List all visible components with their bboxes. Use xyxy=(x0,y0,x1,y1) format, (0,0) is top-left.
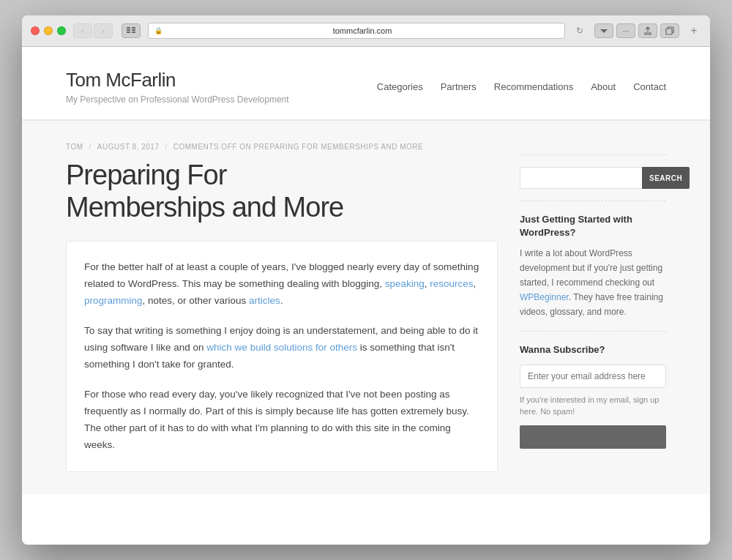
sidebar-divider-1 xyxy=(520,201,666,201)
content-area-bg: TOM / AUGUST 8, 2017 / COMMENTS OFF ON P… xyxy=(22,120,710,494)
sidebar-divider-top xyxy=(520,154,666,155)
refresh-button[interactable]: ↻ xyxy=(572,23,587,38)
nav-recommendations[interactable]: Recommendations xyxy=(494,81,573,92)
meta-sep-2: / xyxy=(165,143,167,151)
nav-about[interactable]: About xyxy=(591,81,616,92)
svg-rect-6 xyxy=(666,29,672,34)
search-button[interactable]: SEARCH xyxy=(642,167,690,189)
svg-rect-3 xyxy=(132,27,135,29)
browser-window: ‹ › 🔒 tommcfarlin.com ↻ ··· xyxy=(22,15,710,545)
traffic-lights xyxy=(31,26,66,35)
add-tab-button[interactable]: + xyxy=(687,23,701,38)
nav-buttons: ‹ › xyxy=(73,23,113,38)
browser-actions: ··· xyxy=(594,23,679,38)
browser-chrome: ‹ › 🔒 tommcfarlin.com ↻ ··· xyxy=(22,15,710,47)
p1-link-resources[interactable]: resources xyxy=(430,278,473,289)
post-date: AUGUST 8, 2017 xyxy=(97,143,160,151)
site-title-block: Tom McFarlin My Perspective on Professio… xyxy=(66,69,289,105)
post-title-line1: Preparing For xyxy=(66,160,226,190)
nav-contact[interactable]: Contact xyxy=(633,81,666,92)
svg-rect-5 xyxy=(132,31,135,33)
p1-link-articles[interactable]: articles xyxy=(249,295,280,306)
site-header: Tom McFarlin My Perspective on Professio… xyxy=(22,47,710,120)
share-button[interactable] xyxy=(638,23,657,38)
new-tab-button[interactable] xyxy=(660,23,679,38)
svg-rect-2 xyxy=(127,31,130,33)
svg-rect-4 xyxy=(132,29,135,31)
subscribe-widget: Wanna Subscribe? If you're interested in… xyxy=(520,343,666,451)
forward-button[interactable]: › xyxy=(94,23,113,38)
p1-link-programming[interactable]: programming xyxy=(84,295,143,306)
site-tagline: My Perspective on Professional WordPress… xyxy=(66,94,289,105)
svg-rect-0 xyxy=(127,27,130,29)
post-author: TOM xyxy=(66,143,83,151)
svg-rect-1 xyxy=(127,29,130,31)
minimize-button[interactable] xyxy=(44,26,53,35)
subscribe-title: Wanna Subscribe? xyxy=(520,343,666,356)
post-paragraph-2: To say that writing is something I enjoy… xyxy=(84,323,479,373)
post-meta: TOM / AUGUST 8, 2017 / COMMENTS OFF ON P… xyxy=(66,143,498,151)
lock-icon: 🔒 xyxy=(154,27,163,34)
search-input[interactable] xyxy=(520,167,642,189)
post-comments: COMMENTS OFF ON PREPARING FOR MEMBERSHIP… xyxy=(173,143,424,151)
getting-started-widget: Just Getting Started with WordPress? I w… xyxy=(520,213,666,319)
main-content: TOM / AUGUST 8, 2017 / COMMENTS OFF ON P… xyxy=(22,121,710,494)
subscribe-button[interactable] xyxy=(520,425,666,449)
gs-text-before: I write a lot about WordPress developmen… xyxy=(520,248,662,288)
close-button[interactable] xyxy=(31,26,40,35)
address-bar[interactable]: 🔒 tommcfarlin.com xyxy=(148,23,565,39)
subscribe-note: If you're interested in my email, sign u… xyxy=(520,394,666,418)
p2-link-solutions[interactable]: which we build solutions for others xyxy=(206,342,357,353)
post-body: For the better half of at least a couple… xyxy=(66,241,498,471)
back-button[interactable]: ‹ xyxy=(73,23,92,38)
wpbeginner-link[interactable]: WPBeginner xyxy=(520,292,569,302)
site-title: Tom McFarlin xyxy=(66,69,289,92)
reader-view-button[interactable] xyxy=(122,23,141,38)
post-paragraph-1: For the better half of at least a couple… xyxy=(84,259,479,310)
url-text: tommcfarlin.com xyxy=(166,26,559,35)
maximize-button[interactable] xyxy=(57,26,66,35)
website: Tom McFarlin My Perspective on Professio… xyxy=(22,47,710,545)
p1-link-speaking[interactable]: speaking xyxy=(385,278,425,289)
post-title-line2: Memberships and More xyxy=(66,192,343,223)
extensions-button[interactable]: ··· xyxy=(616,23,635,38)
nav-categories[interactable]: Categories xyxy=(377,81,423,92)
post-title: Preparing For Memberships and More xyxy=(66,160,498,223)
nav-partners[interactable]: Partners xyxy=(441,81,477,92)
getting-started-text: I write a lot about WordPress developmen… xyxy=(520,247,666,319)
getting-started-title: Just Getting Started with WordPress? xyxy=(520,213,666,239)
meta-sep-1: / xyxy=(89,143,92,151)
search-widget: SEARCH xyxy=(520,167,666,189)
site-nav: Categories Partners Recommendations Abou… xyxy=(377,81,666,92)
sidebar: SEARCH Just Getting Started with WordPre… xyxy=(520,143,666,472)
email-input[interactable] xyxy=(520,365,666,388)
post-paragraph-3: For those who read every day, you've lik… xyxy=(84,387,479,454)
pocket-button[interactable] xyxy=(594,23,613,38)
sidebar-divider-2 xyxy=(520,331,666,332)
article-area: TOM / AUGUST 8, 2017 / COMMENTS OFF ON P… xyxy=(66,143,498,472)
search-form: SEARCH xyxy=(520,167,666,189)
